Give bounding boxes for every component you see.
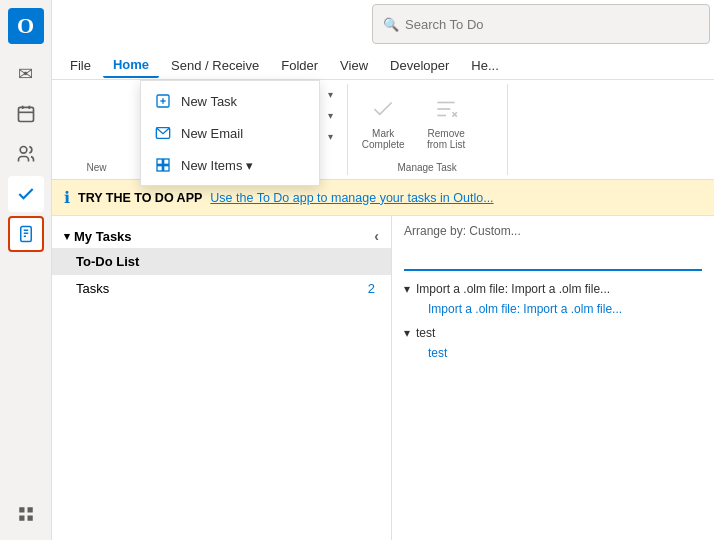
test-header-label: test (416, 326, 435, 340)
remove-from-list-button[interactable]: Remove from List (419, 92, 474, 154)
tasks-list-item[interactable]: Tasks 2 (52, 275, 391, 302)
new-items-item[interactable]: New Items ▾ (141, 149, 319, 181)
import-olm-group: ▾ Import a .olm file: Import a .olm file… (404, 279, 702, 319)
search-bar: 🔍 (372, 4, 710, 44)
app-logo: O (8, 8, 44, 44)
remove-from-list-icon (433, 96, 459, 124)
sidebar-item-apps[interactable] (8, 496, 44, 532)
svg-rect-11 (19, 516, 24, 521)
svg-rect-30 (157, 159, 162, 164)
sidebar-item-tasks-checkmark[interactable] (8, 176, 44, 212)
menu-bar: File Home Send / Receive Folder View Dev… (52, 52, 714, 80)
new-email-icon (153, 123, 173, 143)
mark-complete-button[interactable]: Mark Complete (356, 92, 411, 154)
mark-complete-label: Mark Complete (362, 128, 405, 150)
import-olm-item[interactable]: Import a .olm file: Import a .olm file..… (404, 299, 702, 319)
content-area: ▾ My Tasks ‹ To-Do List Tasks 2 Arrange … (52, 216, 714, 540)
new-task-icon (153, 91, 173, 111)
menu-folder[interactable]: Folder (271, 54, 328, 77)
sidebar-item-people[interactable] (8, 136, 44, 172)
svg-rect-0 (18, 107, 33, 121)
new-task-input[interactable] (404, 246, 702, 271)
menu-home[interactable]: Home (103, 53, 159, 78)
reply-all-arrow-icon: ▾ (328, 110, 333, 121)
import-olm-header-label: Import a .olm file: Import a .olm file..… (416, 282, 610, 296)
new-email-item[interactable]: New Email (141, 117, 319, 149)
test-item[interactable]: test (404, 343, 702, 363)
menu-developer[interactable]: Developer (380, 54, 459, 77)
forward-arrow-icon: ▾ (328, 131, 333, 142)
main-area: 🔍 File Home Send / Receive Folder View D… (52, 0, 714, 540)
my-tasks-chevron-icon: ▾ (64, 230, 70, 243)
svg-rect-32 (157, 166, 162, 171)
new-items-label: New Items ▾ (181, 158, 253, 173)
tasks-label: Tasks (76, 281, 109, 296)
reply-arrow-icon: ▾ (328, 89, 333, 100)
svg-rect-31 (164, 159, 169, 164)
my-tasks-header[interactable]: ▾ My Tasks ‹ (52, 224, 391, 248)
sidebar-item-tasks-clipboard[interactable] (8, 216, 44, 252)
task-detail: Arrange by: Custom... ▾ Import a .olm fi… (392, 216, 714, 540)
new-email-label: New Email (181, 126, 243, 141)
menu-file[interactable]: File (60, 54, 101, 77)
svg-rect-33 (164, 166, 169, 171)
svg-rect-9 (19, 507, 24, 512)
todo-list-item[interactable]: To-Do List (52, 248, 391, 275)
test-group-header[interactable]: ▾ test (404, 323, 702, 343)
test-chevron-icon: ▾ (404, 326, 410, 340)
task-count-badge: 2 (368, 281, 375, 296)
svg-rect-12 (27, 516, 32, 521)
new-items-icon (153, 155, 173, 175)
svg-point-4 (20, 147, 27, 154)
new-dropdown-menu: New Task New Email New Items ▾ (140, 80, 320, 186)
my-tasks-label: My Tasks (74, 229, 132, 244)
svg-rect-10 (27, 507, 32, 512)
mark-complete-icon (370, 96, 396, 124)
arrange-bar: Arrange by: Custom... (404, 224, 702, 238)
menu-help[interactable]: He... (461, 54, 508, 77)
ribbon-group-new-label: New (56, 160, 137, 175)
menu-send-receive[interactable]: Send / Receive (161, 54, 269, 77)
info-banner-title: TRY THE TO DO APP (78, 191, 202, 205)
task-pane: ▾ My Tasks ‹ To-Do List Tasks 2 (52, 216, 392, 540)
menu-view[interactable]: View (330, 54, 378, 77)
import-olm-group-header[interactable]: ▾ Import a .olm file: Import a .olm file… (404, 279, 702, 299)
sidebar-item-mail[interactable]: ✉ (8, 56, 44, 92)
search-icon: 🔍 (383, 17, 399, 32)
todo-list-label: To-Do List (76, 254, 139, 269)
remove-from-list-label: Remove from List (425, 128, 468, 150)
sidebar: O ✉ (0, 0, 52, 540)
info-icon: ℹ (64, 188, 70, 207)
collapse-button[interactable]: ‹ (374, 228, 379, 244)
new-task-item[interactable]: New Task (141, 85, 319, 117)
test-group: ▾ test test (404, 323, 702, 363)
info-banner-link[interactable]: Use the To Do app to manage your tasks i… (210, 191, 493, 205)
import-olm-chevron-icon: ▾ (404, 282, 410, 296)
ribbon-group-manage: Mark Complete Remove from List Manage Ta… (348, 84, 508, 175)
ribbon-group-manage-label: Manage Task (356, 162, 499, 175)
new-task-label: New Task (181, 94, 237, 109)
search-input[interactable] (405, 17, 699, 32)
sidebar-item-calendar[interactable] (8, 96, 44, 132)
